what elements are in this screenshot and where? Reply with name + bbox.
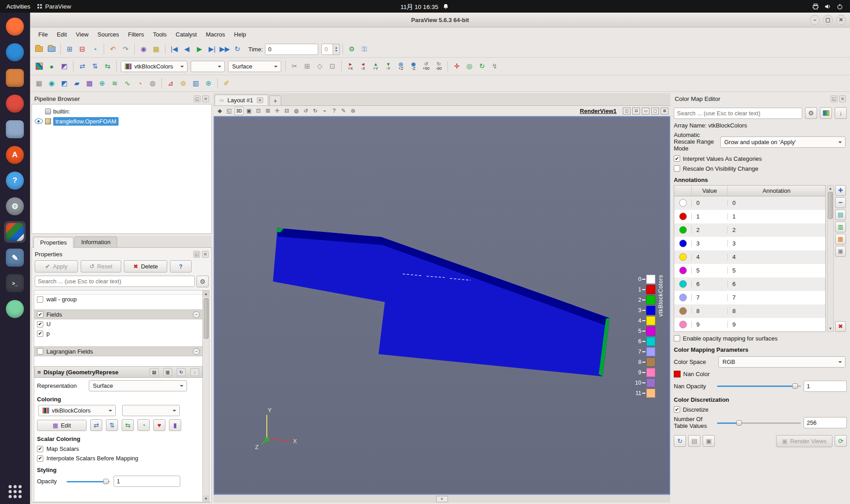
rescale-to-visible-range-button[interactable]: ⇆: [101, 60, 114, 73]
coloring-component-combo[interactable]: [122, 405, 180, 416]
window-titlebar[interactable]: ParaView 5.6.3 64-bit – ▢ ✕: [30, 13, 850, 27]
dock-item-trash[interactable]: [4, 298, 26, 320]
discretize-checkbox[interactable]: [674, 406, 680, 413]
menu-filters[interactable]: Filters: [123, 29, 148, 40]
fields-checkbox[interactable]: [37, 311, 43, 318]
detach-view-button[interactable]: ▭: [642, 108, 649, 114]
field-p-checkbox[interactable]: [37, 331, 43, 337]
undock-properties-icon[interactable]: ◱: [193, 251, 200, 258]
representation-property-combo[interactable]: Surface: [89, 380, 187, 391]
camera-plus-x-button[interactable]: ▸+X: [344, 60, 356, 73]
show-orientation-axes-button[interactable]: ↯: [489, 60, 501, 73]
annotation-swatch[interactable]: [679, 226, 687, 234]
nan-color-row[interactable]: Nan Color: [674, 371, 847, 377]
camera-minus-x-button[interactable]: ◂-X: [357, 60, 369, 73]
apply-button[interactable]: ✔Apply: [35, 260, 78, 272]
tab-information[interactable]: Information: [74, 236, 117, 247]
screenshot-button[interactable]: ▦: [150, 43, 162, 55]
toggle-light-button[interactable]: ◍: [292, 107, 301, 115]
previous-frame-button[interactable]: ◀: [181, 43, 193, 55]
choose-preset-button[interactable]: ♥: [153, 419, 165, 431]
loop-button[interactable]: ↻: [231, 43, 243, 55]
last-frame-button[interactable]: ▶▶: [219, 43, 231, 55]
toggle-grid-button[interactable]: ⊞: [264, 107, 272, 115]
threshold-filter-button[interactable]: ▩: [83, 77, 96, 90]
remove-annotation-button[interactable]: ━: [835, 197, 846, 208]
table-values-slider[interactable]: [717, 419, 801, 427]
rescale-temporal-button[interactable]: ◔: [137, 419, 150, 431]
select-cells-on-button[interactable]: ✂: [288, 60, 301, 73]
cme-undock-icon[interactable]: ◱: [831, 95, 837, 102]
interpolate-checkbox[interactable]: [37, 455, 43, 462]
annotation-row[interactable]: 11: [674, 210, 825, 223]
enable-opacity-checkbox[interactable]: [674, 335, 680, 341]
pipeline-item-builtin[interactable]: builtin:: [33, 106, 210, 116]
dock-item-help[interactable]: ?: [4, 170, 26, 191]
fields-collapse-icon[interactable]: −: [193, 311, 200, 318]
cme-save-defaults-button[interactable]: ▣: [703, 435, 715, 447]
annotation-row[interactable]: 44: [674, 250, 825, 264]
system-tray[interactable]: [812, 3, 844, 10]
annotation-row[interactable]: 33: [674, 237, 825, 250]
nan-opacity-input[interactable]: [804, 381, 847, 392]
select-points-on-button[interactable]: ⊞: [301, 60, 313, 73]
add-layout-tab-button[interactable]: +: [270, 95, 281, 105]
camera-undo-button[interactable]: ↺: [302, 107, 310, 115]
tab-properties[interactable]: Properties: [33, 237, 73, 248]
component-combo[interactable]: [191, 61, 225, 72]
menu-help[interactable]: Help: [229, 29, 251, 40]
source-label[interactable]: trangleflow.OpenFOAM: [53, 117, 119, 126]
close-view-button[interactable]: ⊠: [661, 108, 668, 114]
annotation-row[interactable]: 66: [674, 277, 825, 291]
paste-display-icon[interactable]: ▥: [163, 368, 172, 376]
save-annotation-preset-button[interactable]: ▣: [835, 246, 846, 257]
dock-item-text-editor[interactable]: ✎: [4, 247, 26, 268]
programmable-filter-button[interactable]: ⊛: [202, 77, 215, 90]
camera-redo-button[interactable]: ↻: [311, 107, 320, 115]
dock-item-thunderbird[interactable]: [4, 41, 26, 63]
rescale-data-range-button[interactable]: ⇄: [90, 419, 102, 431]
add-active-values-button[interactable]: ▤: [835, 209, 846, 220]
probe-location-button[interactable]: ⊚: [177, 77, 189, 90]
activities-button[interactable]: Activities: [6, 3, 30, 10]
camera-minus-y-button[interactable]: ▾-Y: [382, 60, 394, 73]
color-space-combo[interactable]: RGB: [718, 356, 845, 368]
undock-view-button[interactable]: ◱: [225, 107, 233, 115]
edit-color-map-button-props[interactable]: ▦Edit: [37, 420, 87, 431]
visibility-eye-icon[interactable]: [35, 118, 43, 124]
nan-color-swatch[interactable]: [674, 371, 681, 377]
annotation-row[interactable]: 55: [674, 264, 825, 277]
show-center-axes-button[interactable]: ✛: [451, 60, 463, 73]
dock-item-terminal[interactable]: >_: [4, 272, 26, 294]
annotation-row[interactable]: 99: [674, 318, 825, 331]
reload-display-icon[interactable]: ↻: [177, 368, 186, 376]
field-p-row[interactable]: p: [34, 329, 202, 338]
next-frame-button[interactable]: ▶|: [206, 43, 218, 55]
clip-filter-button[interactable]: ◩: [58, 77, 70, 90]
menu-edit[interactable]: Edit: [52, 29, 71, 40]
color-array-combo[interactable]: vtkBlockColors: [121, 61, 187, 72]
cme-preset-button[interactable]: [820, 107, 832, 119]
lagrangian-collapse-icon[interactable]: −: [193, 348, 200, 355]
show-scalar-bar-button[interactable]: ▮: [169, 419, 181, 431]
scroll-down-icon[interactable]: ▼: [203, 495, 209, 502]
clock-menu[interactable]: 11月 10 16:35: [401, 2, 450, 11]
edit-color-map-button[interactable]: ●: [46, 60, 58, 73]
cme-gear-icon[interactable]: ⚙: [805, 107, 817, 119]
stream-tracer-filter-button[interactable]: ∿: [121, 77, 133, 90]
annotation-swatch[interactable]: [679, 307, 687, 315]
menu-file[interactable]: File: [34, 29, 52, 40]
lagrangian-checkbox[interactable]: [37, 348, 43, 354]
opacity-slider[interactable]: [67, 478, 110, 485]
table-values-input[interactable]: [804, 417, 847, 428]
scroll-up-icon[interactable]: ▲: [203, 291, 209, 297]
scroll-thumb[interactable]: [204, 298, 209, 339]
zoom-to-box-button[interactable]: ⊡: [326, 60, 338, 73]
calculator-filter-button[interactable]: ▦: [33, 77, 45, 90]
close-panel-icon[interactable]: ✕: [202, 95, 209, 102]
annotation-row[interactable]: 77: [674, 291, 825, 304]
open-file-button[interactable]: [33, 43, 45, 55]
maximize-button[interactable]: ▢: [823, 15, 833, 25]
help-view-button[interactable]: ?: [330, 107, 338, 115]
menu-view[interactable]: View: [71, 29, 93, 40]
